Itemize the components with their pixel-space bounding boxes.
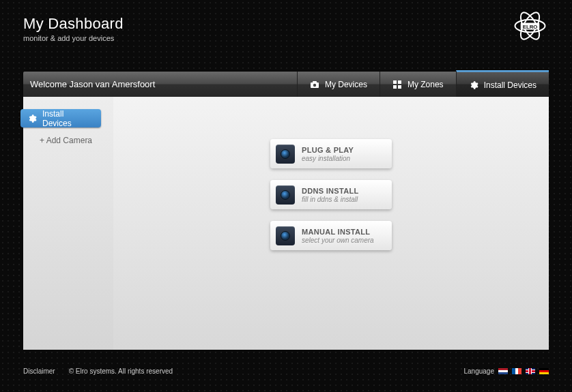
svg-text:ELRO: ELRO	[523, 24, 538, 30]
sidebar-install-devices[interactable]: Install Devices	[20, 109, 101, 127]
page-title: My Dashboard	[23, 15, 549, 33]
nav-install-devices[interactable]: Install Devices	[456, 70, 549, 97]
sidebar: Install Devices + Add Camera	[23, 97, 113, 350]
svg-rect-10	[393, 85, 397, 89]
gear-icon	[27, 114, 37, 123]
svg-rect-8	[393, 80, 397, 84]
option-title: MANUAL INSTALL	[302, 228, 374, 236]
flag-fr-icon[interactable]	[512, 368, 521, 374]
header: My Dashboard monitor & add your devices …	[0, 0, 572, 72]
option-subtitle: fill in ddns & install	[302, 196, 358, 203]
flag-nl-icon[interactable]	[498, 368, 508, 374]
language-label: Language	[464, 367, 495, 375]
camera-lens-icon	[276, 185, 295, 205]
nav-my-devices[interactable]: My Devices	[297, 72, 380, 97]
footer-disclaimer-link[interactable]: Disclaimer	[23, 367, 55, 375]
grid-icon	[392, 80, 402, 89]
brand-logo: ELRO	[511, 10, 549, 42]
nav-label: My Zones	[407, 80, 444, 89]
gear-icon	[469, 80, 478, 90]
camera-lens-icon	[276, 226, 295, 245]
footer-copyright: © Elro systems. All rights reserved	[69, 367, 173, 375]
camera-icon	[310, 80, 319, 89]
option-title: PLUG & PLAY	[302, 146, 354, 154]
option-ddns-install[interactable]: DDNS INSTALL fill in ddns & install	[270, 180, 392, 209]
option-title: DDNS INSTALL	[302, 187, 358, 195]
nav-label: My Devices	[325, 80, 367, 89]
content: Install Devices + Add Camera PLUG & PLAY…	[23, 97, 549, 350]
sidebar-label: Install Devices	[42, 109, 94, 128]
option-manual-install[interactable]: MANUAL INSTALL select your own camera	[270, 221, 392, 250]
welcome-text: Welcome Jason van Amersfoort	[23, 72, 297, 97]
page-subtitle: monitor & add your devices	[23, 34, 549, 42]
option-subtitle: select your own camera	[302, 237, 374, 244]
nav-label: Install Devices	[484, 80, 537, 90]
camera-lens-icon	[276, 145, 295, 164]
svg-rect-9	[398, 80, 401, 84]
svg-rect-6	[313, 81, 317, 83]
navbar: Welcome Jason van Amersfoort My Devices …	[23, 72, 549, 97]
option-subtitle: easy installation	[302, 155, 354, 162]
svg-rect-11	[398, 85, 401, 89]
sidebar-add-camera[interactable]: + Add Camera	[23, 127, 113, 145]
nav-my-zones[interactable]: My Zones	[380, 72, 456, 97]
footer: Disclaimer © Elro systems. All rights re…	[0, 350, 572, 392]
option-plug-and-play[interactable]: PLUG & PLAY easy installation	[270, 139, 392, 168]
flag-uk-icon[interactable]	[526, 368, 535, 374]
svg-point-7	[313, 83, 316, 86]
flag-de-icon[interactable]	[539, 368, 549, 374]
main-panel: PLUG & PLAY easy installation DDNS INSTA…	[113, 97, 549, 350]
